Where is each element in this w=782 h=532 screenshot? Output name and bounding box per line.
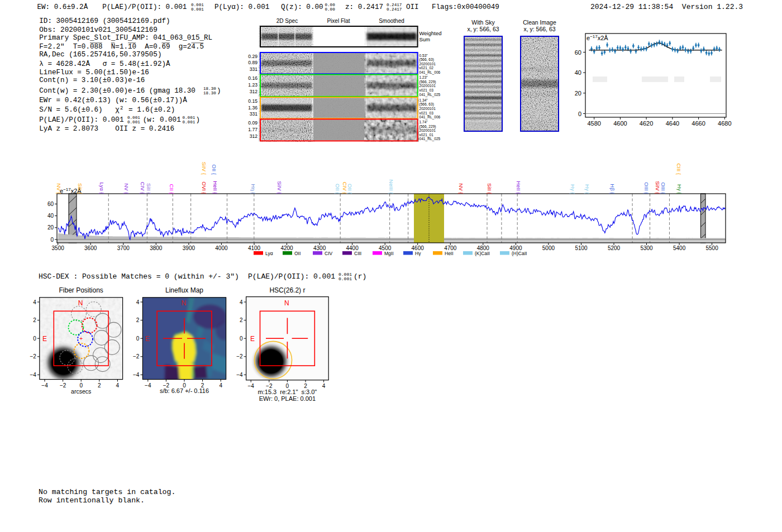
svg-text:4: 4 [219,382,222,389]
svg-text:ID: 3005412169 (3005412169.pdf: ID: 3005412169 (3005412169.pdf) [39,17,170,25]
svg-text:HeII {: HeII { [212,181,218,194]
svg-text:OII {: OII { [347,184,353,194]
svg-text:40: 40 [575,69,581,76]
svg-text:m:15.3 re:2.1" s:3.0": m:15.3 re:2.1" s:3.0" [258,389,317,395]
svg-text:20200101: 20200101 [419,107,436,111]
svg-text:312: 312 [250,89,258,94]
svg-text:NV {: NV { [56,183,62,194]
svg-text:−4: −4 [133,372,140,378]
svg-text:Row intentionally blank.: Row intentionally blank. [39,496,145,505]
svg-text:(r): (r) [354,272,366,281]
svg-text:EW: 0.6±9.2Å: EW: 0.6±9.2Å [37,3,88,11]
svg-text:P(LAE)/P(OII): 0.001: P(LAE)/P(OII): 0.001 [248,272,335,281]
svg-text:−2: −2 [133,353,140,360]
svg-text:−4: −4 [41,382,48,389]
svg-text:5100: 5100 [575,245,588,251]
svg-text:4000: 4000 [215,245,228,251]
svg-text:z: 0.2417: z: 0.2417 [345,3,383,11]
svg-text:20200101: 20200101 [419,128,436,132]
svg-text:HeII: HeII [445,251,454,256]
svg-text:): ) [196,116,201,124]
svg-text:CIII {: CIII { [676,163,682,175]
svg-text:RA,Dec (165.257416,50.379505): RA,Dec (165.257416,50.379505) [39,51,161,59]
svg-text:0.001: 0.001 [183,120,196,124]
svg-text:NV {: NV { [458,183,464,194]
svg-text:20: 20 [47,224,54,231]
svg-text:0.29: 0.29 [248,54,258,59]
svg-text:041_RL_025: 041_RL_025 [419,137,441,141]
svg-text:2D Spec: 2D Spec [276,18,298,24]
svg-text:Lyα: Lyα [265,251,273,256]
svg-text:4: 4 [116,382,120,389]
svg-text:OII: OII [294,251,301,256]
svg-text:0.001: 0.001 [127,120,140,124]
svg-text:18.30: 18.30 [203,87,216,91]
svg-text:0.2417: 0.2417 [387,7,402,12]
svg-text:Q(z): 0.00: Q(z): 0.00 [281,3,323,11]
svg-text:Hγ {: Hγ { [570,184,576,194]
svg-text:2024-12-29 11:38:54 Version 1: 2024-12-29 11:38:54 Version 1.22.3 [590,3,743,11]
svg-text:Flags:0x00400049: Flags:0x00400049 [432,3,499,11]
svg-text:Fiber Positions: Fiber Positions [59,286,103,294]
svg-text:0.53": 0.53" [419,54,428,57]
svg-text:CIV {: CIV { [140,182,146,194]
svg-text:5400: 5400 [673,245,686,251]
svg-text:−4: −4 [30,372,36,378]
svg-text:Obs: 20200101v021_3005412169: Obs: 20200101v021_3005412169 [39,26,158,34]
svg-text:P(LAE)/P(OII): 0.001: P(LAE)/P(OII): 0.001 [102,3,187,11]
svg-text:3900: 3900 [183,245,196,251]
svg-text:SiII {: SiII { [77,183,83,194]
svg-text:0: 0 [136,336,140,342]
svg-text:Hγ: Hγ [415,251,421,256]
svg-text:CIV: CIV [325,251,333,256]
svg-text:Lyα {: Lyα { [99,183,105,194]
svg-text:1.23": 1.23" [419,75,428,79]
svg-text:Hβ {: Hβ { [609,184,616,194]
svg-text:−4: −4 [236,372,243,378]
svg-text:N: N [182,299,187,307]
svg-text:0.00: 0.00 [325,7,336,12]
svg-text:N: N [78,299,83,307]
svg-text:(w: 0.001: (w: 0.001 [143,116,181,124]
svg-text:4100: 4100 [248,245,261,251]
svg-text:0.2417: 0.2417 [387,3,402,7]
svg-text:e−17x2Å: e−17x2Å [586,34,608,41]
svg-text:4620: 4620 [640,120,653,127]
svg-text:−4: −4 [247,383,254,389]
svg-text:2: 2 [120,106,123,111]
svg-text:Primary Spec_Slot_IFU_AMP: 041: Primary Spec_Slot_IFU_AMP: 041_063_015_R… [39,34,212,42]
svg-text:E: E [145,335,150,343]
svg-text:4: 4 [33,299,36,305]
svg-text:5000: 5000 [542,245,555,251]
svg-text:Sum: Sum [419,36,431,42]
svg-text:0.09: 0.09 [248,120,258,126]
svg-text:041_RL_006: 041_RL_006 [419,70,441,75]
svg-text:4640: 4640 [666,120,679,127]
svg-text:): ) [217,87,221,95]
svg-text:Pixel Flat: Pixel Flat [327,18,350,24]
svg-text:OII {: OII { [211,165,217,175]
svg-text:x, y: 566, 63: x, y: 566, 63 [467,26,499,32]
svg-text:0: 0 [578,111,581,117]
svg-text:SiIV {: SiIV { [655,181,661,194]
svg-text:20200101: 20200101 [419,84,436,88]
svg-text:5300: 5300 [640,245,653,251]
svg-text:NV {: NV { [123,183,130,194]
svg-text:4200: 4200 [280,245,293,251]
svg-text:arcsecs: arcsecs [71,388,91,395]
svg-text:1.23: 1.23 [248,82,258,88]
svg-text:SiIV {: SiIV { [276,181,283,194]
svg-text:F=2.2" T=0.088 N=1.10 A=0.6: F=2.2" T=0.088 N=1.10 A=0.69 g=24.5 [39,43,204,51]
svg-text:Smoothed: Smoothed [379,18,404,24]
svg-text:−2: −2 [236,353,243,360]
svg-text:LyA z = 2.8073 OII z = 0.24: LyA z = 2.8073 OII z = 0.2416 [39,125,174,133]
svg-text:Cont(w) = 2.30(±0.00)e-16 (gma: Cont(w) = 2.30(±0.00)e-16 (gmag 18.30 [39,87,196,95]
svg-text:E: E [250,335,255,343]
svg-text:3800: 3800 [150,245,163,251]
svg-text:2: 2 [240,317,243,323]
svg-text:1.34": 1.34" [419,98,428,102]
svg-text:0.00: 0.00 [325,3,336,7]
svg-text:0.001: 0.001 [191,7,204,12]
svg-text:4: 4 [240,299,243,305]
svg-text:3700: 3700 [117,245,130,251]
